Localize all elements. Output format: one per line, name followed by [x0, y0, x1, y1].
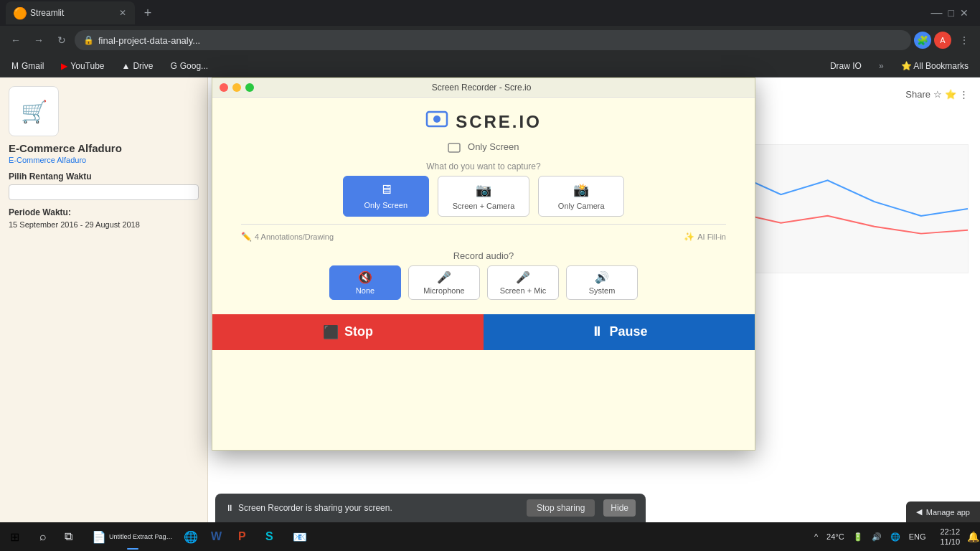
language-indicator[interactable]: ENG	[906, 531, 929, 542]
taskbar-app-taskview[interactable]: ⧉	[60, 524, 86, 550]
app-s-icon: S	[265, 530, 273, 543]
screo-capture-tab-screen-camera[interactable]: 📷 Screen + Camera	[438, 176, 530, 217]
periode-label: Periode Waktu:	[9, 207, 199, 217]
microphone-icon: 🎤	[437, 270, 451, 284]
bookmark-more[interactable]: »	[873, 60, 890, 72]
screo-only-screen: Only Screen	[212, 141, 755, 159]
close-btn[interactable]: ✕	[960, 7, 969, 19]
bookmark-goog[interactable]: GGoog...	[164, 60, 214, 72]
tab-favicon: 🟠	[14, 7, 26, 19]
taskbar-app-s[interactable]: S	[261, 524, 287, 550]
back-button[interactable]: ←	[6, 30, 26, 50]
screo-dialog-title: Screen Recorder - Scre.io	[432, 83, 532, 93]
temp-display: 24°C	[824, 531, 847, 542]
camera-icon: 📸	[573, 182, 589, 198]
tab-title: Streamlit	[30, 8, 115, 18]
extensions-icon[interactable]: 🧩	[914, 32, 931, 49]
bookmark-youtube[interactable]: ▶YouTube	[55, 60, 110, 72]
minimize-btn[interactable]: —	[931, 6, 943, 19]
taskbar-app-mail[interactable]: 📧	[288, 524, 314, 550]
sidebar-brand-name: E-Commerce Alfaduro	[9, 142, 199, 154]
forward-button[interactable]: →	[29, 30, 49, 50]
taskbar-search-button[interactable]: ⌕	[29, 522, 57, 551]
screo-capture-tab-camera[interactable]: 📸 Only Camera	[538, 176, 624, 217]
taskbar-apps: ⧉ 📄 Untitled Extract Pages.pdf 🌐 W P S 📧	[57, 524, 806, 550]
sidebar-brand-link[interactable]: E-Commerce Alfaduro	[9, 156, 199, 164]
sidebar-logo-image: 🛒	[9, 86, 59, 136]
screo-max-btn[interactable]	[245, 83, 254, 92]
taskbar-app-ppt[interactable]: P	[234, 524, 260, 550]
word-icon: W	[211, 530, 222, 543]
screo-audio-tabs: 🔇 None 🎤 Microphone 🎤 Screen + Mic 🔊 Sys…	[227, 265, 740, 300]
share-notification-bar: ⏸ Screen Recorder is sharing your screen…	[215, 494, 646, 522]
taskbar-app-word[interactable]: W	[207, 524, 232, 550]
screo-audio-tab-none[interactable]: 🔇 None	[329, 265, 401, 300]
taskbar-search-icon: ⌕	[39, 530, 47, 543]
task-view-icon: ⧉	[65, 530, 72, 543]
screo-audio-tab-screen-mic[interactable]: 🎤 Screen + Mic	[487, 265, 559, 300]
reload-button[interactable]: ↻	[52, 30, 72, 50]
tab-close-btn[interactable]: ✕	[119, 8, 126, 18]
taskbar-app-pdf[interactable]: 📄 Untitled Extract Pages.pdf	[88, 524, 178, 550]
ppt-icon: P	[238, 530, 246, 543]
windows-icon: ⊞	[10, 530, 19, 544]
start-button[interactable]: ⊞	[0, 522, 29, 551]
streamlit-sidebar: 🛒 E-Commerce Alfaduro E-Commerce Alfadur…	[0, 77, 208, 522]
sys-tray-expand[interactable]: ^	[811, 531, 821, 542]
screo-audio-tab-system[interactable]: 🔊 System	[566, 265, 638, 300]
bookmark-gmail[interactable]: MGmail	[6, 60, 50, 72]
screo-main-dialog: Screen Recorder - Scre.io SCRE.IO Only S…	[212, 77, 755, 451]
taskbar-clock[interactable]: 22:12 11/10	[934, 527, 966, 547]
screo-pause-button[interactable]: ⏸ Pause	[484, 314, 755, 350]
svg-point-1	[433, 116, 440, 123]
profile-icon[interactable]: A	[934, 32, 951, 49]
notification-center-button[interactable]: 🔔	[966, 522, 980, 551]
screo-capture-section: What do you want to capture? 🖥 Only Scre…	[212, 159, 755, 245]
screo-ai-fill: ✨ AI Fill-in	[684, 232, 726, 242]
bookmark-drive[interactable]: ▲Drive	[116, 60, 159, 72]
bookmark-draw-io[interactable]: Draw IO	[824, 60, 867, 72]
battery-icon[interactable]: 🔋	[850, 531, 866, 543]
date-range-input[interactable]: 2016/09/15 - 2018/08/29	[9, 184, 199, 200]
stop-sharing-button[interactable]: Stop sharing	[527, 499, 595, 517]
active-tab[interactable]: 🟠 Streamlit ✕	[6, 1, 135, 24]
maximize-btn[interactable]: □	[948, 7, 954, 19]
edge-icon: 🌐	[184, 530, 198, 544]
screo-capture-label: What do you want to capture?	[227, 161, 740, 171]
stop-icon: ⬛	[323, 324, 339, 340]
screen-mic-icon: 🎤	[516, 270, 530, 284]
screo-min-btn[interactable]	[232, 83, 241, 92]
menu-button[interactable]: ⋮	[954, 30, 974, 50]
screo-logo: SCRE.IO	[212, 98, 755, 141]
taskbar-sys-tray: ^ 24°C 🔋 🔊 🌐 ENG	[806, 531, 935, 543]
screo-capture-tab-screen[interactable]: 🖥 Only Screen	[343, 176, 429, 217]
address-bar[interactable]: 🔒 final-project-data-analy...	[75, 30, 911, 50]
mute-icon: 🔇	[358, 270, 372, 284]
screo-stop-button[interactable]: ⬛ Stop	[212, 314, 484, 350]
tab-bar: 🟠 Streamlit ✕ + — □ ✕	[0, 0, 980, 26]
svg-rect-2	[448, 143, 460, 152]
share-notification-text: ⏸ Screen Recorder is sharing your screen…	[225, 503, 518, 513]
screo-divider	[241, 224, 726, 225]
manage-app-button[interactable]: ◀ Manage app	[906, 501, 980, 522]
screen-icon: 🖥	[380, 182, 392, 197]
date-range-label: Pilih Rentang Waktu	[9, 171, 199, 182]
hide-button[interactable]: Hide	[603, 499, 636, 517]
new-tab-button[interactable]: +	[138, 3, 158, 23]
screo-titlebar: Screen Recorder - Scre.io	[212, 78, 755, 98]
network-icon[interactable]: 🌐	[887, 531, 903, 543]
screo-logo-icon	[425, 108, 448, 136]
screo-logo-text: SCRE.IO	[456, 112, 542, 132]
screo-capture-tabs: 🖥 Only Screen 📷 Screen + Camera 📸 Only C…	[227, 176, 740, 217]
bookmark-all-bookmarks[interactable]: ⭐ All Bookmarks	[895, 60, 974, 72]
screo-audio-tab-mic[interactable]: 🎤 Microphone	[408, 265, 480, 300]
screo-close-btn[interactable]	[220, 83, 228, 92]
speaker-icon: 🔊	[595, 270, 609, 284]
windows-taskbar: ⊞ ⌕ ⧉ 📄 Untitled Extract Pages.pdf 🌐 W P…	[0, 522, 980, 551]
screo-audio-label: Record audio?	[227, 250, 740, 261]
taskbar-app-edge[interactable]: 🌐	[179, 524, 205, 550]
mail-icon: 📧	[293, 530, 307, 544]
share-button[interactable]: Share ☆ ⭐ ⋮	[905, 89, 969, 100]
volume-icon[interactable]: 🔊	[869, 531, 885, 543]
address-text: final-project-data-analy...	[98, 35, 200, 46]
